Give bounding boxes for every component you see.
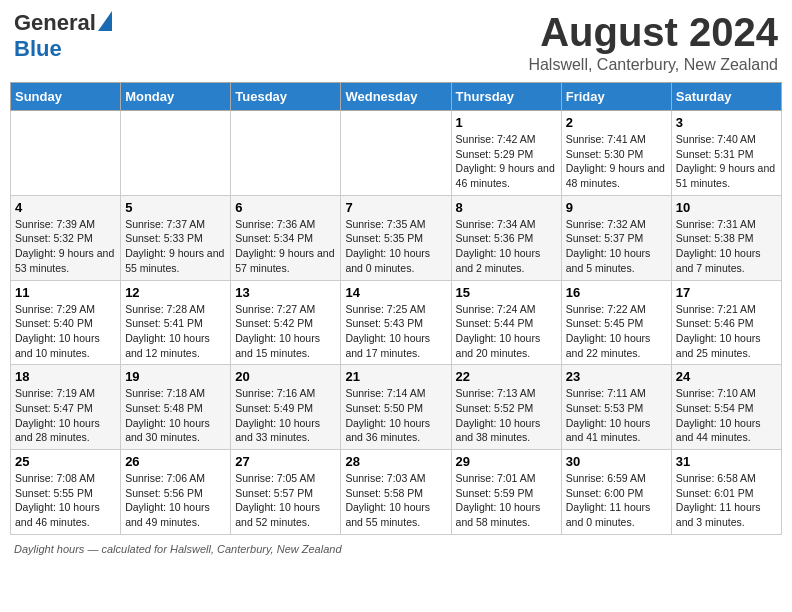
day-info: Sunrise: 7:27 AMSunset: 5:42 PMDaylight:… [235,302,336,361]
calendar-weekday-wednesday: Wednesday [341,83,451,111]
day-info: Sunrise: 7:25 AMSunset: 5:43 PMDaylight:… [345,302,446,361]
day-number: 17 [676,285,777,300]
calendar-cell: 8Sunrise: 7:34 AMSunset: 5:36 PMDaylight… [451,195,561,280]
day-info: Sunrise: 7:35 AMSunset: 5:35 PMDaylight:… [345,217,446,276]
page-header: General Blue August 2024 Halswell, Cante… [10,10,782,74]
day-info: Sunrise: 7:39 AMSunset: 5:32 PMDaylight:… [15,217,116,276]
day-number: 30 [566,454,667,469]
calendar-cell: 24Sunrise: 7:10 AMSunset: 5:54 PMDayligh… [671,365,781,450]
day-info: Sunrise: 6:59 AMSunset: 6:00 PMDaylight:… [566,471,667,530]
calendar-cell: 11Sunrise: 7:29 AMSunset: 5:40 PMDayligh… [11,280,121,365]
calendar-cell: 21Sunrise: 7:14 AMSunset: 5:50 PMDayligh… [341,365,451,450]
day-info: Sunrise: 7:32 AMSunset: 5:37 PMDaylight:… [566,217,667,276]
day-number: 2 [566,115,667,130]
day-info: Sunrise: 7:28 AMSunset: 5:41 PMDaylight:… [125,302,226,361]
title-area: August 2024 Halswell, Canterbury, New Ze… [528,10,778,74]
day-number: 24 [676,369,777,384]
calendar-cell: 2Sunrise: 7:41 AMSunset: 5:30 PMDaylight… [561,111,671,196]
calendar-cell: 30Sunrise: 6:59 AMSunset: 6:00 PMDayligh… [561,450,671,535]
day-number: 12 [125,285,226,300]
day-info: Sunrise: 7:10 AMSunset: 5:54 PMDaylight:… [676,386,777,445]
day-number: 11 [15,285,116,300]
logo-icon [98,11,112,31]
day-number: 23 [566,369,667,384]
day-info: Sunrise: 7:05 AMSunset: 5:57 PMDaylight:… [235,471,336,530]
day-number: 31 [676,454,777,469]
calendar-week-row: 25Sunrise: 7:08 AMSunset: 5:55 PMDayligh… [11,450,782,535]
day-info: Sunrise: 7:21 AMSunset: 5:46 PMDaylight:… [676,302,777,361]
footer-location: Halswell, Canterbury, New Zealand [170,543,342,555]
calendar-weekday-sunday: Sunday [11,83,121,111]
day-info: Sunrise: 7:13 AMSunset: 5:52 PMDaylight:… [456,386,557,445]
day-number: 25 [15,454,116,469]
daylight-hours-label: Daylight hours [14,543,84,555]
day-info: Sunrise: 7:22 AMSunset: 5:45 PMDaylight:… [566,302,667,361]
day-info: Sunrise: 7:19 AMSunset: 5:47 PMDaylight:… [15,386,116,445]
day-number: 6 [235,200,336,215]
calendar-cell: 31Sunrise: 6:58 AMSunset: 6:01 PMDayligh… [671,450,781,535]
day-info: Sunrise: 7:37 AMSunset: 5:33 PMDaylight:… [125,217,226,276]
day-number: 22 [456,369,557,384]
calendar-cell: 14Sunrise: 7:25 AMSunset: 5:43 PMDayligh… [341,280,451,365]
day-info: Sunrise: 7:18 AMSunset: 5:48 PMDaylight:… [125,386,226,445]
calendar-weekday-monday: Monday [121,83,231,111]
calendar-cell: 13Sunrise: 7:27 AMSunset: 5:42 PMDayligh… [231,280,341,365]
calendar-cell: 5Sunrise: 7:37 AMSunset: 5:33 PMDaylight… [121,195,231,280]
day-number: 21 [345,369,446,384]
day-info: Sunrise: 7:42 AMSunset: 5:29 PMDaylight:… [456,132,557,191]
logo: General Blue [14,10,112,62]
logo-blue-text: Blue [14,36,62,62]
calendar-cell [11,111,121,196]
day-info: Sunrise: 7:41 AMSunset: 5:30 PMDaylight:… [566,132,667,191]
calendar-cell: 19Sunrise: 7:18 AMSunset: 5:48 PMDayligh… [121,365,231,450]
day-info: Sunrise: 7:40 AMSunset: 5:31 PMDaylight:… [676,132,777,191]
day-number: 10 [676,200,777,215]
day-info: Sunrise: 7:01 AMSunset: 5:59 PMDaylight:… [456,471,557,530]
day-info: Sunrise: 7:31 AMSunset: 5:38 PMDaylight:… [676,217,777,276]
location-title: Halswell, Canterbury, New Zealand [528,56,778,74]
calendar-header-row: SundayMondayTuesdayWednesdayThursdayFrid… [11,83,782,111]
day-info: Sunrise: 7:16 AMSunset: 5:49 PMDaylight:… [235,386,336,445]
day-number: 8 [456,200,557,215]
day-info: Sunrise: 7:06 AMSunset: 5:56 PMDaylight:… [125,471,226,530]
day-number: 1 [456,115,557,130]
day-number: 14 [345,285,446,300]
day-info: Sunrise: 7:08 AMSunset: 5:55 PMDaylight:… [15,471,116,530]
calendar-cell: 26Sunrise: 7:06 AMSunset: 5:56 PMDayligh… [121,450,231,535]
calendar-weekday-tuesday: Tuesday [231,83,341,111]
calendar-weekday-friday: Friday [561,83,671,111]
day-number: 29 [456,454,557,469]
month-title: August 2024 [528,10,778,54]
calendar-cell: 18Sunrise: 7:19 AMSunset: 5:47 PMDayligh… [11,365,121,450]
calendar-cell: 10Sunrise: 7:31 AMSunset: 5:38 PMDayligh… [671,195,781,280]
day-number: 18 [15,369,116,384]
day-number: 28 [345,454,446,469]
calendar-cell: 17Sunrise: 7:21 AMSunset: 5:46 PMDayligh… [671,280,781,365]
day-number: 19 [125,369,226,384]
day-info: Sunrise: 7:14 AMSunset: 5:50 PMDaylight:… [345,386,446,445]
footer-note-text: — calculated for [87,543,170,555]
calendar-cell [341,111,451,196]
logo-general-text: General [14,10,96,36]
calendar-cell: 22Sunrise: 7:13 AMSunset: 5:52 PMDayligh… [451,365,561,450]
calendar-weekday-thursday: Thursday [451,83,561,111]
day-info: Sunrise: 6:58 AMSunset: 6:01 PMDaylight:… [676,471,777,530]
day-number: 20 [235,369,336,384]
calendar-week-row: 1Sunrise: 7:42 AMSunset: 5:29 PMDaylight… [11,111,782,196]
calendar-weekday-saturday: Saturday [671,83,781,111]
calendar-cell: 3Sunrise: 7:40 AMSunset: 5:31 PMDaylight… [671,111,781,196]
calendar-week-row: 11Sunrise: 7:29 AMSunset: 5:40 PMDayligh… [11,280,782,365]
day-number: 16 [566,285,667,300]
day-info: Sunrise: 7:36 AMSunset: 5:34 PMDaylight:… [235,217,336,276]
calendar-cell: 20Sunrise: 7:16 AMSunset: 5:49 PMDayligh… [231,365,341,450]
day-info: Sunrise: 7:24 AMSunset: 5:44 PMDaylight:… [456,302,557,361]
calendar-cell: 23Sunrise: 7:11 AMSunset: 5:53 PMDayligh… [561,365,671,450]
calendar-cell: 29Sunrise: 7:01 AMSunset: 5:59 PMDayligh… [451,450,561,535]
calendar-week-row: 4Sunrise: 7:39 AMSunset: 5:32 PMDaylight… [11,195,782,280]
calendar-cell: 7Sunrise: 7:35 AMSunset: 5:35 PMDaylight… [341,195,451,280]
day-number: 4 [15,200,116,215]
calendar-cell: 1Sunrise: 7:42 AMSunset: 5:29 PMDaylight… [451,111,561,196]
calendar-week-row: 18Sunrise: 7:19 AMSunset: 5:47 PMDayligh… [11,365,782,450]
footer-note: Daylight hours — calculated for Halswell… [10,543,782,555]
calendar-table: SundayMondayTuesdayWednesdayThursdayFrid… [10,82,782,535]
